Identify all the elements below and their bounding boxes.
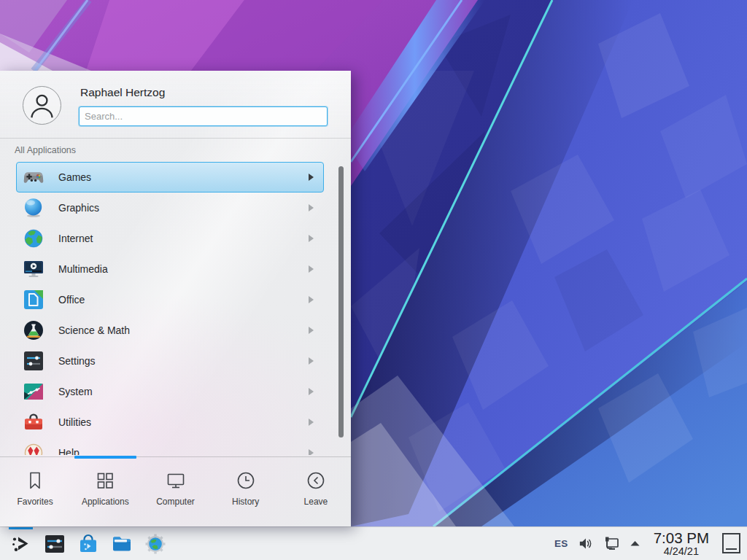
system-chart-icon	[22, 380, 45, 403]
submenu-arrow-icon	[309, 327, 314, 334]
system-tray: ES 7:03 PM 4/24/21	[554, 530, 747, 556]
submenu-arrow-icon	[309, 449, 314, 455]
scrollbar-thumb[interactable]	[338, 166, 344, 438]
tab-computer[interactable]: Computer	[140, 457, 210, 526]
application-launcher-button[interactable]	[9, 532, 33, 556]
monitor-icon	[166, 470, 186, 491]
sliders-app-icon	[43, 532, 66, 556]
category-list: Games Graphics	[0, 162, 351, 455]
submenu-arrow-icon	[309, 357, 314, 365]
lifebuoy-icon	[22, 441, 45, 455]
user-avatar-icon[interactable]	[23, 86, 61, 125]
menu-item-science-math[interactable]: Science & Math	[16, 315, 324, 346]
tab-favorites[interactable]: Favorites	[0, 457, 70, 526]
section-label: All Applications	[15, 145, 76, 155]
clock-date: 4/24/21	[654, 546, 709, 557]
menu-item-multimedia[interactable]: Multimedia	[16, 254, 324, 284]
menu-item-internet[interactable]: Internet	[16, 223, 324, 254]
clock-time: 7:03 PM	[654, 530, 709, 545]
digital-clock[interactable]: 7:03 PM 4/24/21	[654, 530, 709, 556]
submenu-arrow-icon	[309, 419, 314, 426]
taskbar-panel: ES 7:03 PM 4/24/21	[0, 526, 747, 560]
menu-item-office[interactable]: Office	[16, 284, 324, 315]
launcher-header: Raphael Hertzog	[0, 71, 351, 139]
application-launcher-menu: Raphael Hertzog All Applications Games	[0, 71, 351, 526]
wired-network-icon[interactable]	[603, 535, 620, 551]
discover-button[interactable]	[76, 532, 100, 556]
menu-item-games[interactable]: Games	[16, 162, 324, 192]
active-tab-indicator	[74, 456, 136, 459]
menu-item-help[interactable]: Help	[16, 438, 324, 455]
file-manager-button[interactable]	[109, 532, 133, 556]
show-desktop-button[interactable]	[722, 533, 740, 553]
search-input[interactable]	[79, 106, 328, 126]
volume-icon[interactable]	[578, 536, 593, 551]
folder-icon	[110, 532, 133, 556]
taskbar-apps	[0, 527, 167, 560]
submenu-arrow-icon	[309, 296, 314, 303]
multimedia-monitor-icon	[22, 257, 45, 281]
tab-applications[interactable]: Applications	[70, 457, 140, 526]
bookmark-icon	[25, 470, 45, 491]
grid-icon	[95, 470, 115, 491]
web-browser-button[interactable]	[143, 532, 167, 556]
science-flask-icon	[22, 319, 45, 342]
globe-icon	[22, 227, 45, 250]
menu-item-graphics[interactable]: Graphics	[16, 192, 324, 223]
menu-item-system[interactable]: System	[16, 376, 324, 407]
menu-item-settings[interactable]: Settings	[16, 346, 324, 376]
graphics-ball-icon	[22, 196, 45, 219]
toolbox-icon	[22, 411, 45, 434]
launcher-tab-bar: Favorites Applications Computer	[0, 456, 351, 526]
user-name: Raphael Hertzog	[80, 86, 165, 99]
system-settings-button[interactable]	[42, 532, 66, 556]
menu-item-utilities[interactable]: Utilities	[16, 407, 324, 438]
kde-launcher-icon	[9, 532, 33, 556]
office-document-icon	[22, 288, 45, 311]
leave-icon	[306, 470, 326, 491]
submenu-arrow-icon	[309, 265, 314, 273]
submenu-arrow-icon	[309, 235, 314, 242]
tab-leave[interactable]: Leave	[281, 457, 351, 526]
tab-history[interactable]: History	[211, 457, 281, 526]
settings-sliders-icon	[22, 349, 45, 373]
clock-icon	[236, 470, 256, 491]
gear-globe-icon	[144, 532, 167, 556]
keyboard-layout-indicator[interactable]: ES	[554, 538, 568, 549]
expand-tray-caret-icon[interactable]	[630, 540, 640, 547]
submenu-arrow-icon	[309, 204, 314, 211]
shopping-bag-icon	[77, 532, 100, 556]
submenu-arrow-icon	[309, 174, 314, 181]
submenu-arrow-icon	[309, 388, 314, 395]
gamepad-icon	[22, 166, 45, 189]
